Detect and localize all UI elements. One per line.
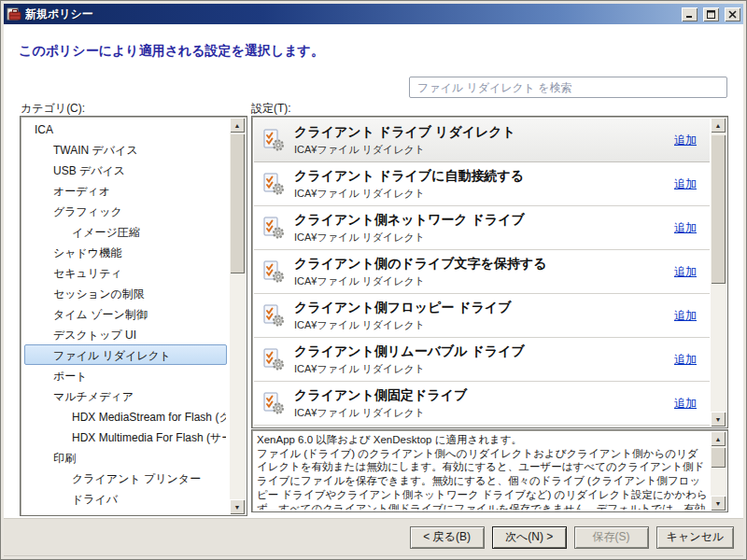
category-item[interactable]: ドライバ (24, 488, 227, 509)
setting-row[interactable]: クライアント側のドライブ文字を保持する ICA¥ファイル リダイレクト 追加 (254, 250, 710, 294)
scroll-down-icon[interactable]: ▼ (230, 499, 245, 514)
add-link[interactable]: 追加 (674, 308, 697, 324)
setting-texts: クライアント側のドライブ文字を保持する ICA¥ファイル リダイレクト (294, 256, 665, 288)
category-item-label: セキュリティ (53, 267, 122, 280)
add-link[interactable]: 追加 (674, 352, 697, 368)
category-item-label: HDX Multimedia For Flash (サー… (72, 431, 227, 444)
description-body: ファイル (ドライブ) のクライアント側へのリダイレクトおよびクライアント側から… (257, 447, 708, 510)
add-link[interactable]: 追加 (674, 220, 697, 236)
category-item[interactable]: セキュリティ (24, 262, 227, 283)
scrollbar-thumb[interactable] (230, 133, 245, 273)
categories-label: カテゴリ(C): (21, 101, 85, 117)
scroll-down-icon[interactable]: ▼ (711, 412, 726, 427)
minimize-button[interactable] (682, 7, 698, 21)
category-item[interactable]: イメージ圧縮 (24, 221, 227, 242)
close-icon (728, 10, 738, 19)
description-scrollbar[interactable]: ▲ ▼ (711, 431, 726, 511)
category-item-label: ポート (53, 370, 88, 383)
category-item[interactable]: HDX MediaStream for Flash (クラ… (24, 406, 227, 427)
category-scrollbar[interactable]: ▲ ▼ (230, 118, 246, 514)
category-item-label: ファイル リダイレクト (53, 349, 171, 362)
category-item[interactable]: USB デバイス (24, 160, 227, 180)
setting-title: クライアント ドライブに自動接続する (294, 168, 665, 185)
new-policy-dialog: 新規ポリシー このポリシーにより適用される設定を選択します。 カテゴリ(C): … (0, 0, 747, 560)
category-tree: ICA TWAIN デバイス USB デバイス オーディオ (22, 119, 229, 513)
category-item[interactable]: HDX Multimedia For Flash (サー… (24, 427, 227, 447)
category-item-label: タイム ゾーン制御 (53, 308, 148, 321)
titlebar[interactable]: 新規ポリシー (4, 4, 743, 24)
setting-texts: クライアント側リムーバブル ドライブ ICA¥ファイル リダイレクト (294, 343, 665, 376)
settings-label: 設定(T): (251, 101, 291, 117)
policy-setting-icon (261, 216, 286, 240)
setting-title: クライアント ドライブ リダイレクト (294, 124, 665, 141)
setting-path: ICA¥ファイル リダイレクト (294, 406, 665, 420)
description-line1: XenApp 6.0 以降および XenDesktop に適用されます。 (257, 433, 708, 447)
setting-path: ICA¥ファイル リダイレクト (294, 143, 665, 157)
scroll-up-icon[interactable]: ▲ (711, 431, 726, 446)
save-button: 保存(S) (574, 526, 649, 549)
category-item[interactable]: ポート (24, 365, 227, 385)
category-item-label: HDX MediaStream for Flash (クラ… (72, 411, 227, 424)
scrollbar-thumb[interactable] (711, 134, 726, 284)
close-button[interactable] (725, 7, 740, 21)
setting-path: ICA¥ファイル リダイレクト (294, 187, 665, 201)
page-title: このポリシーにより適用される設定を選択します。 (19, 43, 324, 60)
search-input[interactable] (409, 77, 727, 98)
category-listbox: ICA TWAIN デバイス USB デバイス オーディオ (20, 116, 247, 516)
category-item[interactable]: 印刷 (24, 447, 227, 468)
category-item[interactable]: タイム ゾーン制御 (24, 303, 227, 324)
maximize-icon (707, 10, 716, 19)
setting-title: クライアント側フロッピー ドライブ (294, 300, 665, 316)
policy-setting-icon (261, 128, 286, 152)
category-item-label: ICA (35, 123, 53, 136)
category-item[interactable]: クライアント プリンター (24, 468, 227, 488)
policy-setting-icon (261, 303, 286, 328)
policy-app-icon (7, 7, 21, 21)
settings-listbox: クライアント ドライブ リダイレクト ICA¥ファイル リダイレクト 追加 (251, 116, 728, 428)
category-item-label: USB デバイス (53, 164, 125, 177)
setting-texts: クライアント側ネットワーク ドライブ ICA¥ファイル リダイレクト (294, 212, 665, 245)
setting-row[interactable]: クライアント側ネットワーク ドライブ ICA¥ファイル リダイレクト 追加 (254, 206, 710, 250)
settings-scrollbar[interactable]: ▲ ▼ (711, 118, 726, 427)
setting-row[interactable]: クライアント側フロッピー ドライブ ICA¥ファイル リダイレクト 追加 (254, 294, 710, 338)
policy-setting-icon (261, 172, 286, 196)
setting-texts: クライアント ドライブ リダイレクト ICA¥ファイル リダイレクト (294, 124, 665, 157)
setting-texts: クライアント側フロッピー ドライブ ICA¥ファイル リダイレクト (294, 300, 665, 332)
setting-title: クライアント側ネットワーク ドライブ (294, 212, 665, 229)
setting-row[interactable]: クライアント ドライブ リダイレクト ICA¥ファイル リダイレクト 追加 (254, 119, 710, 162)
category-item-label: 印刷 (53, 452, 76, 465)
scrollbar-thumb[interactable] (711, 447, 726, 468)
button-bar: < 戻る(B) 次へ(N) > 保存(S) キャンセル (4, 518, 743, 555)
category-item[interactable]: シャドウ機能 (24, 242, 227, 262)
setting-row[interactable]: クライアント側固定ドライブ ICA¥ファイル リダイレクト 追加 (254, 382, 710, 426)
category-item[interactable]: TWAIN デバイス (24, 139, 227, 160)
category-item[interactable]: ファイル リダイレクト (24, 344, 227, 365)
setting-title: クライアント側固定ドライブ (294, 387, 665, 404)
category-item[interactable]: オーディオ (24, 180, 227, 201)
setting-path: ICA¥ファイル リダイレクト (294, 274, 665, 288)
setting-row[interactable]: クライアント ドライブに自動接続する ICA¥ファイル リダイレクト 追加 (254, 162, 710, 206)
add-link[interactable]: 追加 (674, 264, 697, 280)
category-item-label: TWAIN デバイス (53, 144, 138, 157)
add-link[interactable]: 追加 (674, 176, 697, 192)
maximize-button[interactable] (703, 7, 719, 21)
scroll-up-icon[interactable]: ▲ (711, 118, 726, 133)
category-item[interactable]: マルチメディア (24, 385, 227, 406)
setting-path: ICA¥ファイル リダイレクト (294, 318, 665, 332)
category-item[interactable]: セッションの制限 (24, 283, 227, 303)
add-link[interactable]: 追加 (674, 396, 697, 412)
add-link[interactable]: 追加 (674, 133, 697, 148)
scroll-up-icon[interactable]: ▲ (230, 118, 245, 133)
cancel-button[interactable]: キャンセル (656, 526, 734, 549)
next-button[interactable]: 次へ(N) > (492, 526, 567, 549)
setting-texts: クライアント側固定ドライブ ICA¥ファイル リダイレクト (294, 387, 665, 420)
category-item[interactable]: ICA (24, 119, 227, 139)
category-item[interactable]: グラフィック (24, 201, 227, 221)
policy-setting-icon (261, 259, 286, 284)
back-button[interactable]: < 戻る(B) (410, 526, 485, 549)
category-item[interactable]: デスクトップ UI (24, 324, 227, 344)
scroll-down-icon[interactable]: ▼ (711, 496, 726, 511)
settings-rows: クライアント ドライブ リダイレクト ICA¥ファイル リダイレクト 追加 (254, 119, 710, 427)
setting-row[interactable]: クライアント側リムーバブル ドライブ ICA¥ファイル リダイレクト 追加 (254, 338, 710, 382)
category-item-label: デスクトップ UI (53, 329, 136, 342)
